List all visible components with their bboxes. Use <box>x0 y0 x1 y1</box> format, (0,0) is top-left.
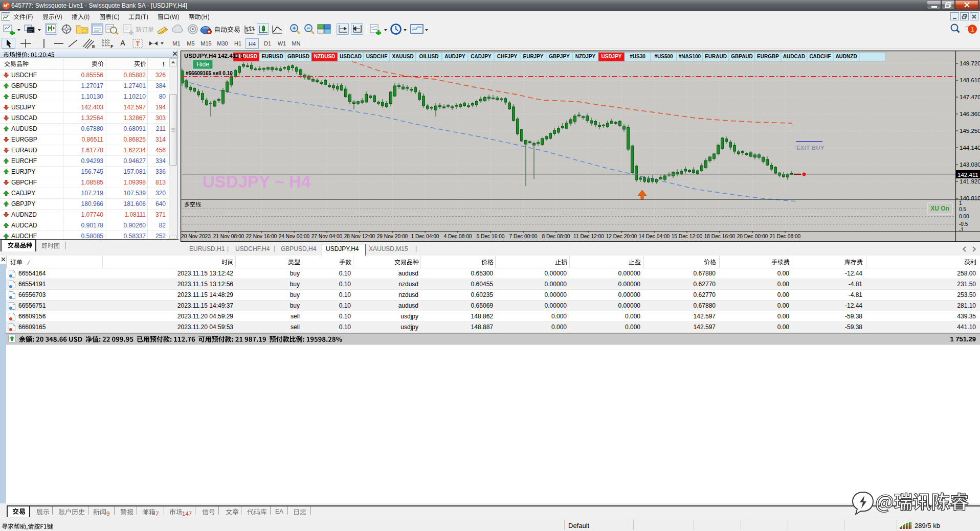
svg-text:21 Nov 08:00: 21 Nov 08:00 <box>213 234 244 239</box>
svg-text:CADJPY: CADJPY <box>471 54 492 59</box>
svg-text:15 Dec 12:00: 15 Dec 12:00 <box>672 234 703 239</box>
svg-text:148.610: 148.610 <box>960 77 980 83</box>
svg-text:20 Dec 00:00: 20 Dec 00:00 <box>737 234 768 239</box>
svg-text:1: 1 <box>970 26 974 33</box>
svg-text:USDCHF: USDCHF <box>366 54 388 59</box>
svg-text:CADCHF: CADCHF <box>809 54 831 59</box>
svg-text:140.810: 140.810 <box>960 195 980 201</box>
svg-text:20 Nov 2023: 20 Nov 2023 <box>181 234 211 239</box>
svg-text:-1: -1 <box>959 227 964 233</box>
svg-text:AUDJPY: AUDJPY <box>444 54 465 59</box>
svg-text:146.360: 146.360 <box>960 111 980 117</box>
svg-text:0.5: 0.5 <box>959 206 966 212</box>
svg-text:USDCAD: USDCAD <box>340 54 362 59</box>
svg-text:EURGBP: EURGBP <box>757 54 779 59</box>
svg-text:0.00: 0.00 <box>959 214 969 219</box>
svg-text:EURJPY: EURJPY <box>523 54 543 59</box>
svg-text:27 Nov 04:00: 27 Nov 04:00 <box>311 234 343 239</box>
svg-text:USDJPY: USDJPY <box>601 54 621 59</box>
svg-text:F: F <box>110 44 114 49</box>
svg-text:144.140: 144.140 <box>960 145 980 151</box>
svg-text:149.720: 149.720 <box>960 60 980 66</box>
svg-text:-0.5: -0.5 <box>959 221 968 227</box>
svg-text:E: E <box>92 44 95 49</box>
svg-text:XAUUSD: XAUUSD <box>392 54 413 59</box>
svg-text:EURUSD: EURUSD <box>261 54 283 59</box>
svg-text:5 Dec 16:00: 5 Dec 16:00 <box>477 234 505 239</box>
svg-text:GBPJPY: GBPJPY <box>549 54 570 59</box>
svg-text:NZDJPY: NZDJPY <box>575 54 596 59</box>
svg-text:NZDUSD: NZDUSD <box>314 54 336 59</box>
svg-text:29 Nov 20:00: 29 Nov 20:00 <box>377 234 408 239</box>
svg-text:22 Nov 16:00: 22 Nov 16:00 <box>246 234 277 239</box>
svg-text:24 Nov 00:00: 24 Nov 00:00 <box>279 234 310 239</box>
svg-text:#US30: #US30 <box>630 54 645 59</box>
svg-text:GBPUSD: GBPUSD <box>287 54 309 59</box>
svg-text:GBPAUD: GBPAUD <box>731 54 753 59</box>
svg-text:#66609165 sell 0.10: #66609165 sell 0.10 <box>186 71 233 76</box>
svg-text:8 Dec 08:00: 8 Dec 08:00 <box>542 234 570 239</box>
svg-text:USDJPY,H4 142.411 1: USDJPY,H4 142.411 1 <box>184 53 244 59</box>
svg-text:143.030: 143.030 <box>960 161 980 168</box>
svg-text:1 Dec 04:00: 1 Dec 04:00 <box>411 234 439 239</box>
svg-text:OILUSD: OILUSD <box>419 54 439 59</box>
svg-text:147.470: 147.470 <box>960 94 980 100</box>
svg-text:#US500: #US500 <box>654 54 673 59</box>
svg-text:AUDCAD: AUDCAD <box>783 54 805 59</box>
svg-text:21 Dec 08:00: 21 Dec 08:00 <box>770 234 801 239</box>
svg-text:28 Nov 12:00: 28 Nov 12:00 <box>344 234 375 239</box>
svg-text:141.920: 141.920 <box>960 178 980 184</box>
svg-text:Hide: Hide <box>196 61 209 68</box>
svg-text:USDJPY ~ H4: USDJPY ~ H4 <box>203 172 311 191</box>
svg-text:AUDNZD: AUDNZD <box>835 54 857 59</box>
svg-text:18 Dec 16:00: 18 Dec 16:00 <box>704 234 736 239</box>
svg-text:142.411: 142.411 <box>957 172 978 178</box>
svg-text:EURAUD: EURAUD <box>705 54 727 59</box>
svg-text:#NAS100: #NAS100 <box>679 54 701 59</box>
svg-text:CHFJPY: CHFJPY <box>497 54 518 59</box>
svg-text:11 Dec 12:00: 11 Dec 12:00 <box>573 234 604 239</box>
svg-text:7 Dec 00:00: 7 Dec 00:00 <box>509 234 538 239</box>
svg-text:4 Dec 08:00: 4 Dec 08:00 <box>444 234 472 239</box>
svg-text:12 Dec 20:00: 12 Dec 20:00 <box>606 234 637 239</box>
svg-text:14 Dec 04:00: 14 Dec 04:00 <box>639 234 670 239</box>
svg-text:T: T <box>136 40 140 48</box>
svg-text:145.250: 145.250 <box>960 128 980 134</box>
svg-text:EXIT BUY: EXIT BUY <box>796 145 825 151</box>
svg-text:1: 1 <box>959 200 962 206</box>
svg-text:XU On: XU On <box>930 205 949 212</box>
